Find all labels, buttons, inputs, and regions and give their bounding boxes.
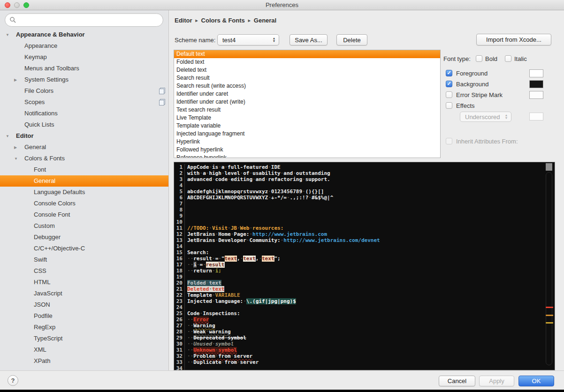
whitespace-dot: ·: [221, 170, 225, 176]
breadcrumb-item[interactable]: Editor: [175, 17, 192, 24]
down-disclosure-icon[interactable]: ▼: [6, 131, 16, 142]
scheme-select[interactable]: test4 ▲▼: [217, 34, 279, 45]
inherit-attributes-checkbox: [446, 138, 452, 144]
attribute-item[interactable]: Injected language fragment: [174, 130, 440, 138]
sidebar-item-label: Appearance: [24, 42, 57, 49]
save-as-button[interactable]: Save As...: [290, 34, 328, 45]
sidebar-item-keymap[interactable]: Keymap: [0, 52, 169, 63]
sidebar-item-label: Notifications: [24, 110, 58, 117]
error-stripe-mark[interactable]: [546, 307, 553, 308]
whitespace-dot: ·: [209, 225, 212, 231]
sidebar-item-xml[interactable]: XML: [0, 344, 169, 355]
whitespace-dot: ·: [212, 298, 215, 304]
sidebar-item-xpath[interactable]: XPath: [0, 355, 169, 367]
breadcrumb-item[interactable]: General: [254, 17, 276, 24]
line-number: 27: [174, 323, 185, 329]
weak-warning-stripe-mark[interactable]: [546, 322, 553, 324]
code-token: result: [206, 262, 225, 268]
foreground-color-swatch[interactable]: [529, 69, 543, 77]
warning-stripe-mark[interactable]: [546, 315, 553, 316]
code-token: ··: [187, 347, 193, 353]
sidebar-item-typescript[interactable]: TypeScript: [0, 333, 169, 344]
ok-button[interactable]: OK: [518, 376, 554, 386]
sidebar-item-html[interactable]: HTML: [0, 277, 169, 288]
sidebar-item-console-font[interactable]: Console Font: [0, 209, 169, 220]
sidebar-item-custom[interactable]: Custom: [0, 220, 169, 232]
delete-button[interactable]: Delete: [336, 34, 367, 45]
right-disclosure-icon[interactable]: ▶: [14, 75, 24, 86]
sidebar-item-regexp[interactable]: RegExp: [0, 322, 169, 333]
whitespace-dot: ·: [215, 237, 219, 243]
sidebar-item-file-colors[interactable]: File Colors: [0, 85, 169, 97]
attribute-item[interactable]: Identifier under caret: [174, 90, 440, 98]
error-stripe-checkbox[interactable]: [446, 91, 452, 98]
whitespace-dot: ·: [231, 353, 234, 359]
attribute-item[interactable]: Search result (write access): [174, 82, 440, 90]
sidebar-item-javascript[interactable]: JavaScript: [0, 288, 169, 299]
sidebar-item-colors-fonts[interactable]: ▼Colors & Fonts: [0, 153, 169, 164]
scrollbar-thumb[interactable]: [546, 163, 552, 171]
sidebar-item-notifications[interactable]: Notifications: [0, 108, 169, 119]
code-token: JetBrains·Home·Page:·: [187, 231, 252, 237]
line-number: 5: [174, 188, 185, 195]
attribute-item[interactable]: Identifier under caret (write): [174, 98, 440, 106]
attribute-item[interactable]: Folded text: [174, 58, 440, 66]
background-color-swatch[interactable]: [529, 80, 543, 88]
attribute-item[interactable]: Deleted text: [174, 66, 440, 74]
sidebar-item-general[interactable]: ▶General: [0, 142, 169, 153]
sidebar-item-json[interactable]: JSON: [0, 299, 169, 310]
sidebar-item-editor[interactable]: ▼Editor: [0, 130, 169, 142]
sidebar-item-scopes[interactable]: Scopes: [0, 97, 169, 108]
sidebar-item-console-colors[interactable]: Console Colors: [0, 198, 169, 209]
sidebar-item-appearance-behavior[interactable]: ▼Appearance & Behavior: [0, 29, 169, 40]
effects-label: Effects: [456, 102, 475, 109]
attribute-item[interactable]: Text search result: [174, 106, 440, 114]
bold-checkbox[interactable]: [476, 55, 482, 62]
sidebar-item-swift[interactable]: Swift: [0, 254, 169, 265]
code-token: http://www.jetbrains.com: [252, 231, 327, 237]
right-disclosure-icon[interactable]: ▶: [14, 142, 24, 153]
help-button[interactable]: ?: [8, 375, 18, 386]
preview-editor[interactable]: 1AppCode·is·a·full-featured·IDE2with·a·h…: [174, 162, 555, 370]
attribute-item[interactable]: Reference hyperlink: [174, 154, 440, 158]
sidebar-item-podfile[interactable]: Podfile: [0, 310, 169, 322]
attribute-item[interactable]: Followed hyperlink: [174, 146, 440, 154]
line-number: 6: [174, 195, 185, 201]
sidebar-tree: ▼Appearance & BehaviorAppearanceKeymapMe…: [0, 29, 169, 367]
breadcrumb: Editor▸Colors & Fonts▸General: [175, 17, 276, 24]
search-input[interactable]: [19, 15, 160, 26]
italic-checkbox[interactable]: [505, 55, 511, 62]
scrollbar-track[interactable]: [546, 172, 552, 365]
attribute-item[interactable]: Hyperlink: [174, 138, 440, 146]
background-checkbox[interactable]: [446, 81, 452, 87]
attribute-item[interactable]: Live Template: [174, 114, 440, 122]
search-field[interactable]: [5, 13, 163, 27]
preview-line: 33··Duplicate·from·server: [174, 359, 555, 365]
attribute-item[interactable]: Search result: [174, 74, 440, 82]
cancel-button[interactable]: Cancel: [439, 376, 475, 386]
sidebar-item-menus-and-toolbars[interactable]: Menus and Toolbars: [0, 63, 169, 74]
attribute-item[interactable]: Default text: [174, 50, 440, 58]
sidebar-item-appearance[interactable]: Appearance: [0, 40, 169, 52]
error-stripe-color-swatch[interactable]: [529, 91, 543, 99]
sidebar-item-system-settings[interactable]: ▶System Settings: [0, 74, 169, 85]
sidebar-item-c-c-objective-c[interactable]: C/C++/Objective-C: [0, 243, 169, 254]
down-disclosure-icon[interactable]: ▼: [14, 153, 24, 165]
line-number: 7: [174, 201, 185, 207]
foreground-checkbox[interactable]: [446, 70, 452, 76]
sidebar-item-quick-lists[interactable]: Quick Lists: [0, 119, 169, 130]
sidebar-item-font[interactable]: Font: [0, 164, 169, 175]
import-from-xcode-button[interactable]: Import from Xcode...: [476, 34, 551, 45]
down-disclosure-icon[interactable]: ▼: [6, 30, 16, 41]
effects-checkbox[interactable]: [446, 102, 452, 109]
attribute-item[interactable]: Template variable: [174, 122, 440, 130]
sidebar-item-debugger[interactable]: Debugger: [0, 232, 169, 243]
preview-line: 23Injected·language:·\.(gif|jpg|png)$: [174, 298, 555, 304]
whitespace-dot: ·: [302, 176, 305, 182]
apply-button[interactable]: Apply: [479, 376, 514, 386]
sidebar-item-language-defaults[interactable]: Language Defaults: [0, 187, 169, 198]
breadcrumb-item[interactable]: Colors & Fonts: [201, 17, 245, 24]
sidebar-item-css[interactable]: CSS: [0, 265, 169, 277]
breadcrumb-separator-icon: ▸: [196, 18, 198, 23]
sidebar-item-general[interactable]: General: [0, 175, 169, 187]
